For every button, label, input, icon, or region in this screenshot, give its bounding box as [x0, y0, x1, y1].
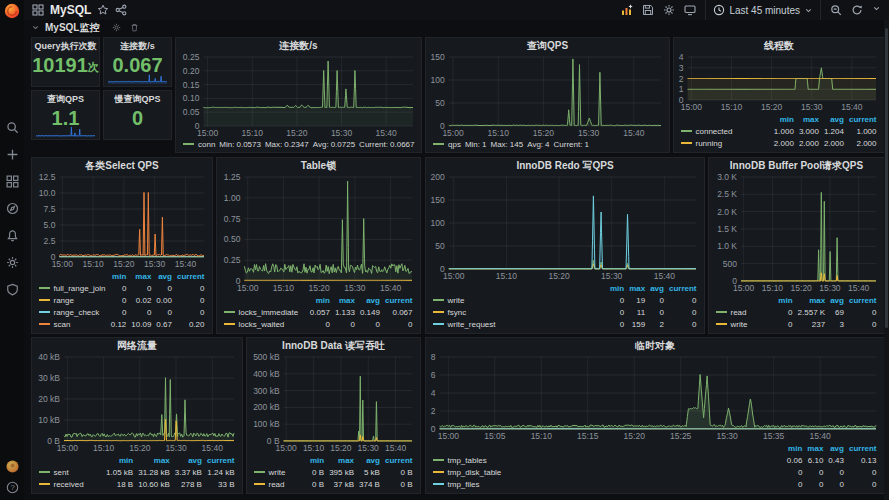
row-settings-icon[interactable]	[112, 23, 121, 32]
legend-header-min[interactable]: min	[776, 295, 795, 307]
series-name[interactable]: tmp_disk_table	[448, 468, 502, 477]
series-name[interactable]: range_check	[54, 308, 100, 317]
share-icon[interactable]	[115, 4, 127, 16]
time-range-picker[interactable]: Last 45 minutes	[705, 0, 821, 20]
legend-header-avg[interactable]: avg	[821, 114, 846, 126]
legend-header-current[interactable]: current	[204, 455, 237, 467]
refresh-button[interactable]	[851, 4, 863, 16]
chart[interactable]: 00.050.100.150.200.2515:0015:1015:2015:3…	[176, 53, 421, 139]
chart[interactable]: 05001.0 K1.5 K2.0 K2.5 K3.0 K15:0015:101…	[709, 173, 884, 294]
panel-title[interactable]: InnoDB Data 读写吞吐	[247, 338, 420, 353]
apps-icon[interactable]	[6, 175, 19, 188]
refresh-interval-caret[interactable]	[872, 4, 881, 16]
user-avatar[interactable]	[6, 460, 19, 473]
panel-title[interactable]: 查询QPS	[32, 91, 99, 106]
panel-title[interactable]: Query执行次数	[32, 38, 99, 53]
legend-header-avg[interactable]: avg	[154, 271, 175, 283]
series-name[interactable]: write_request	[448, 320, 496, 329]
help-icon[interactable]: ?	[6, 481, 19, 494]
legend-header-min[interactable]: min	[307, 295, 332, 307]
chart[interactable]: 02.55.07.510.012.515:0015:1015:2015:3015…	[32, 173, 212, 270]
save-dashboard-button[interactable]	[642, 4, 654, 16]
explore-icon[interactable]	[6, 202, 19, 215]
grafana-logo[interactable]	[4, 3, 20, 19]
legend-header-avg[interactable]: avg	[357, 295, 382, 307]
legend-header-current[interactable]: current	[382, 295, 415, 307]
series-name[interactable]: running	[696, 139, 723, 148]
series-name[interactable]: write	[731, 320, 748, 329]
legend-header-min[interactable]: min	[108, 271, 129, 283]
series-name[interactable]: tmp_tables	[448, 456, 487, 465]
legend-header-avg[interactable]: avg	[828, 295, 847, 307]
legend-header-min[interactable]: min	[784, 443, 805, 455]
series-name[interactable]: tmp_files	[448, 480, 480, 489]
legend-header-min[interactable]: min	[607, 283, 626, 295]
legend-header-max[interactable]: max	[136, 455, 173, 467]
panel-title[interactable]: 线程数	[674, 38, 884, 53]
series-name[interactable]: received	[54, 480, 84, 489]
chart[interactable]: 0246815:0015:0515:1015:1515:2015:2515:30…	[426, 353, 884, 442]
series-name[interactable]: write	[448, 296, 465, 305]
legend-header-max[interactable]: max	[627, 283, 648, 295]
panel-title[interactable]: 各类Select QPS	[32, 158, 212, 173]
row-header[interactable]: MySQL监控	[24, 21, 139, 34]
series-name[interactable]: scan	[54, 320, 71, 329]
legend-header-current[interactable]: current	[666, 283, 699, 295]
series-name[interactable]: sent	[54, 468, 69, 477]
legend-header-min[interactable]: min	[771, 114, 796, 126]
series-name[interactable]: conn	[198, 140, 215, 149]
legend-header-current[interactable]: current	[382, 455, 415, 467]
panel-title[interactable]: InnoDB Buffer Pool请求QPS	[709, 158, 884, 173]
panel-title[interactable]: 连接数/s	[176, 38, 421, 53]
tv-mode-button[interactable]	[684, 4, 696, 16]
legend-header-avg[interactable]: avg	[826, 443, 847, 455]
add-panel-button[interactable]	[621, 4, 633, 16]
legend-header-min[interactable]: min	[307, 455, 326, 467]
panel-title[interactable]: 查询QPS	[426, 38, 669, 53]
panel-title[interactable]: InnoDB Redo 写QPS	[426, 158, 704, 173]
row-delete-icon[interactable]	[130, 23, 139, 32]
chart[interactable]: 0 B10 kB20 kB30 kB40 kB15:0015:1015:2015…	[32, 353, 242, 454]
series-name[interactable]: read	[731, 308, 747, 317]
dashboard-title[interactable]: MySQL	[50, 3, 91, 17]
plus-icon[interactable]	[6, 148, 19, 161]
chart[interactable]: 00.250.500.751.001.2515:0015:1015:2015:3…	[217, 173, 420, 294]
series-name[interactable]: range	[54, 296, 74, 305]
series-name[interactable]: fsync	[448, 308, 467, 317]
legend-header-avg[interactable]: avg	[357, 455, 383, 467]
zoom-out-button[interactable]	[830, 4, 842, 16]
panel-title[interactable]: 慢查询QPS	[104, 91, 171, 106]
series-name[interactable]: locks_immediate	[239, 308, 299, 317]
legend-header-current[interactable]: current	[174, 271, 207, 283]
legend-header-max[interactable]: max	[805, 443, 826, 455]
chart[interactable]: 05010015015:0015:1015:2015:3015:40	[426, 53, 669, 139]
chart[interactable]: 0 B100 kB200 kB300 kB400 kB500 kB15:0015…	[247, 353, 420, 454]
legend-header-max[interactable]: max	[795, 295, 828, 307]
series-name[interactable]: connected	[696, 127, 733, 136]
search-icon[interactable]	[6, 121, 19, 134]
legend-header-max[interactable]: max	[327, 455, 357, 467]
dashboard-settings-button[interactable]	[663, 4, 675, 16]
legend-header-min[interactable]: min	[104, 455, 136, 467]
bell-icon[interactable]	[6, 229, 19, 242]
legend-header-max[interactable]: max	[796, 114, 821, 126]
star-icon[interactable]	[97, 4, 109, 16]
panel-title[interactable]: Table锁	[217, 158, 420, 173]
legend-header-max[interactable]: max	[129, 271, 154, 283]
series-name[interactable]: write	[269, 468, 286, 477]
legend-header-avg[interactable]: avg	[172, 455, 204, 467]
panel-title[interactable]: 临时对象	[426, 338, 884, 353]
shield-icon[interactable]	[6, 283, 19, 296]
legend-header-avg[interactable]: avg	[648, 283, 667, 295]
chart[interactable]: 0123415:0015:1015:2015:3015:40	[674, 53, 884, 113]
legend-header-current[interactable]: current	[846, 295, 879, 307]
series-name[interactable]: read	[269, 480, 285, 489]
legend-header-max[interactable]: max	[332, 295, 357, 307]
chart[interactable]: 05010015020015:0015:1015:2015:3015:40	[426, 173, 704, 282]
series-name[interactable]: locks_waited	[239, 320, 285, 329]
legend-header-current[interactable]: current	[846, 443, 879, 455]
page-scrollbar[interactable]	[884, 20, 889, 500]
legend-header-current[interactable]: current	[846, 114, 879, 126]
series-name[interactable]: qps	[448, 140, 461, 149]
gear-icon[interactable]	[6, 256, 19, 269]
